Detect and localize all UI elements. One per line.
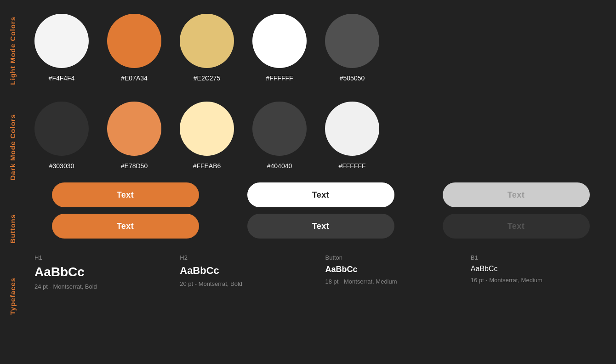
- typefaces-grid: H1 AaBbCc 24 pt - Montserrat, Bold H2 Aa…: [34, 247, 607, 290]
- buttons-grid: Text Text Text Text Text Text: [34, 174, 607, 247]
- tf-desc-1: 20 pt - Montserrat, Bold: [180, 280, 316, 287]
- dark-hex-2: #FFEAB6: [193, 162, 221, 170]
- tf-desc-2: 18 pt - Montserrat, Medium: [325, 278, 462, 285]
- typeface-item-3: B1 AaBbCc 16 pt - Montserrat, Medium: [471, 254, 607, 290]
- dark-circle-1: [107, 102, 161, 156]
- tf-sample-0: AaBbCc: [34, 265, 171, 279]
- light-circle-2: [180, 14, 234, 68]
- light-circle-0: [34, 14, 89, 68]
- tf-desc-0: 24 pt - Montserrat, Bold: [34, 283, 171, 290]
- light-mode-label-block: Light Mode Colors: [0, 0, 25, 101]
- tf-tag-1: H2: [180, 254, 316, 261]
- dark-swatch-2: #FFEAB6: [180, 102, 234, 170]
- dark-swatch-1: #E78D50: [107, 102, 161, 170]
- dark-swatch-0: #303030: [34, 102, 89, 170]
- dark-mode-vertical-label: Dark Mode Colors: [9, 114, 17, 180]
- light-circle-3: [252, 14, 307, 68]
- sidebar-labels: Light Mode Colors Dark Mode Colors Butto…: [0, 0, 25, 364]
- light-hex-1: #E07A34: [121, 74, 148, 82]
- btn-disabled-light[interactable]: Text: [443, 182, 590, 207]
- light-swatch-0: #F4F4F4: [34, 14, 89, 82]
- typeface-item-1: H2 AaBbCc 20 pt - Montserrat, Bold: [180, 254, 316, 290]
- tf-tag-2: Button: [325, 254, 462, 261]
- tf-tag-0: H1: [34, 254, 171, 261]
- tf-desc-3: 16 pt - Montserrat, Medium: [471, 277, 607, 284]
- tf-sample-3: AaBbCc: [471, 265, 607, 273]
- dark-swatch-3: #404040: [252, 102, 307, 170]
- buttons-vertical-label: Buttons: [9, 214, 17, 244]
- light-swatch-4: #505050: [325, 14, 379, 82]
- btn-primary-orange-2[interactable]: Text: [52, 214, 199, 239]
- light-swatch-3: #FFFFFF: [252, 14, 307, 82]
- dark-hex-1: #E78D50: [121, 162, 148, 170]
- light-hex-3: #FFFFFF: [266, 74, 293, 82]
- btn-white-light[interactable]: Text: [247, 182, 394, 207]
- typeface-item-0: H1 AaBbCc 24 pt - Montserrat, Bold: [34, 254, 171, 290]
- light-mode-vertical-label: Light Mode Colors: [9, 17, 17, 85]
- dark-circle-0: [34, 102, 89, 156]
- dark-hex-0: #303030: [49, 162, 74, 170]
- btn-item-1-1: Text: [34, 182, 216, 207]
- light-circle-4: [325, 14, 379, 68]
- dark-circle-3: [252, 102, 307, 156]
- typeface-item-2: Button AaBbCc 18 pt - Montserrat, Medium: [325, 254, 462, 290]
- dark-mode-section: #303030 #E78D50 #FFEAB6 #404040 #FFFFFF: [34, 95, 607, 174]
- dark-swatch-4: #FFFFFF: [325, 102, 379, 170]
- btn-item-2-3: Text: [425, 214, 607, 239]
- btn-dark[interactable]: Text: [247, 214, 394, 239]
- tf-sample-2: AaBbCc: [325, 265, 462, 274]
- tf-tag-3: B1: [471, 254, 607, 261]
- sep1: [34, 86, 607, 95]
- btn-item-1-3: Text: [425, 182, 607, 207]
- btn-disabled-dark[interactable]: Text: [443, 214, 590, 239]
- dark-circle-2: [180, 102, 234, 156]
- typefaces-vertical-label: Typefaces: [9, 278, 17, 315]
- dark-mode-label-block: Dark Mode Colors: [0, 101, 25, 193]
- light-hex-4: #505050: [340, 74, 365, 82]
- light-hex-0: #F4F4F4: [49, 74, 75, 82]
- dark-hex-3: #404040: [267, 162, 292, 170]
- tf-sample-1: AaBbCc: [180, 265, 316, 277]
- main-layout: Light Mode Colors Dark Mode Colors Butto…: [0, 0, 616, 364]
- btn-primary-orange-1[interactable]: Text: [52, 182, 199, 207]
- dark-mode-swatches: #303030 #E78D50 #FFEAB6 #404040 #FFFFFF: [34, 102, 607, 170]
- right-content: #F4F4F4 #E07A34 #E2C275 #FFFFFF #505050 …: [25, 0, 616, 364]
- btn-item-1-2: Text: [230, 182, 411, 207]
- light-mode-swatches: #F4F4F4 #E07A34 #E2C275 #FFFFFF #505050: [34, 14, 607, 82]
- light-swatch-1: #E07A34: [107, 14, 161, 82]
- light-swatch-2: #E2C275: [180, 14, 234, 82]
- light-circle-1: [107, 14, 161, 68]
- light-hex-2: #E2C275: [194, 74, 220, 82]
- dark-circle-4: [325, 102, 379, 156]
- btn-item-2-2: Text: [230, 214, 411, 239]
- light-mode-section: #F4F4F4 #E07A34 #E2C275 #FFFFFF #505050: [34, 7, 607, 86]
- dark-hex-4: #FFFFFF: [338, 162, 365, 170]
- buttons-label-block: Buttons: [0, 193, 25, 264]
- btn-item-2-1: Text: [34, 214, 216, 239]
- typefaces-label-block: Typefaces: [0, 264, 25, 329]
